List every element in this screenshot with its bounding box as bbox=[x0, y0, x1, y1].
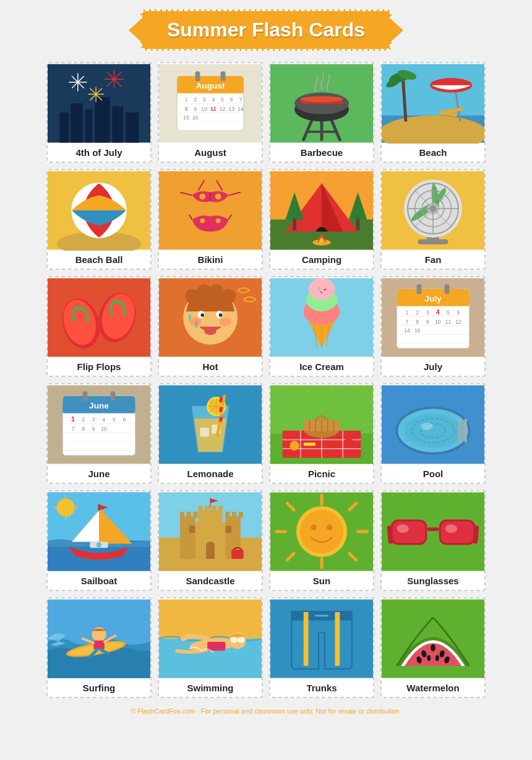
card-label-july: July bbox=[421, 358, 445, 376]
card-label-camping: Camping bbox=[299, 251, 344, 269]
card-label-pool: Pool bbox=[421, 465, 446, 483]
card-fan: Fan bbox=[380, 169, 486, 270]
svg-text:3: 3 bbox=[426, 309, 429, 316]
svg-text:2: 2 bbox=[416, 309, 419, 316]
svg-text:12: 12 bbox=[220, 106, 226, 112]
svg-rect-2 bbox=[71, 103, 83, 142]
svg-rect-253 bbox=[180, 517, 195, 559]
card-label-sailboat: Sailboat bbox=[79, 572, 119, 590]
svg-point-243 bbox=[97, 543, 101, 548]
svg-text:14: 14 bbox=[404, 327, 410, 334]
svg-text:10: 10 bbox=[435, 319, 441, 325]
svg-rect-234 bbox=[458, 425, 467, 426]
card-june: June 1 2 3 4 5 6 7 8 9 10 June bbox=[46, 383, 152, 484]
svg-rect-6 bbox=[126, 113, 139, 143]
svg-text:1: 1 bbox=[184, 97, 187, 103]
card-beach: Beach bbox=[380, 62, 486, 163]
card-pool: Pool bbox=[380, 383, 486, 484]
svg-rect-261 bbox=[239, 512, 243, 518]
svg-rect-317 bbox=[335, 611, 340, 666]
card-lemonade: Lemonade bbox=[158, 383, 263, 484]
svg-rect-103 bbox=[356, 218, 360, 231]
svg-text:6: 6 bbox=[230, 97, 233, 103]
svg-text:14: 14 bbox=[238, 106, 244, 112]
svg-point-308 bbox=[238, 637, 245, 643]
svg-rect-291 bbox=[427, 527, 439, 531]
svg-rect-298 bbox=[93, 641, 105, 650]
svg-text:8: 8 bbox=[184, 106, 187, 112]
svg-point-244 bbox=[57, 498, 75, 516]
svg-point-68 bbox=[301, 96, 343, 102]
svg-text:7: 7 bbox=[406, 319, 409, 325]
svg-text:4: 4 bbox=[212, 97, 215, 103]
svg-rect-259 bbox=[225, 512, 230, 518]
svg-text:6: 6 bbox=[457, 309, 460, 316]
svg-rect-101 bbox=[293, 218, 296, 231]
card-label-trunks: Trunks bbox=[304, 679, 339, 697]
svg-text:1: 1 bbox=[71, 415, 75, 423]
svg-point-223 bbox=[344, 438, 354, 447]
svg-point-222 bbox=[290, 441, 299, 451]
svg-rect-107 bbox=[418, 240, 448, 244]
svg-text:11: 11 bbox=[445, 319, 452, 325]
svg-point-135 bbox=[189, 317, 202, 326]
svg-text:5: 5 bbox=[221, 97, 224, 103]
svg-rect-316 bbox=[304, 611, 309, 666]
card-label-beach: Beach bbox=[416, 144, 449, 162]
svg-rect-260 bbox=[232, 512, 236, 518]
card-label-hot: Hot bbox=[200, 358, 221, 376]
svg-rect-263 bbox=[205, 506, 210, 512]
card-trunks: Trunks bbox=[269, 597, 374, 698]
card-label-fourth-of-july: 4th of July bbox=[73, 144, 124, 162]
card-label-watermelon: Watermelon bbox=[404, 679, 461, 697]
svg-rect-264 bbox=[212, 506, 217, 512]
svg-point-134 bbox=[204, 328, 217, 335]
card-surfing: Surfing bbox=[46, 597, 152, 698]
svg-text:8: 8 bbox=[82, 426, 85, 432]
svg-text:5: 5 bbox=[447, 309, 450, 316]
svg-rect-236 bbox=[458, 437, 467, 439]
card-picnic: Picnic bbox=[269, 383, 374, 484]
svg-rect-153 bbox=[445, 284, 450, 294]
svg-rect-178 bbox=[111, 391, 116, 401]
svg-text:2: 2 bbox=[194, 97, 197, 103]
svg-text:1: 1 bbox=[406, 309, 409, 316]
card-label-beach-ball: Beach Ball bbox=[73, 251, 126, 269]
svg-text:4: 4 bbox=[102, 417, 105, 423]
svg-point-95 bbox=[216, 218, 221, 223]
svg-text:5: 5 bbox=[113, 417, 116, 423]
footer: © FlashCardFox.com · For personal and cl… bbox=[131, 707, 401, 715]
svg-text:13: 13 bbox=[228, 106, 234, 112]
svg-rect-315 bbox=[291, 621, 352, 642]
card-sunglasses: Sunglasses bbox=[380, 490, 486, 591]
card-label-sunglasses: Sunglasses bbox=[405, 572, 461, 590]
card-sandcastle: Sandcastle bbox=[158, 490, 263, 591]
svg-rect-257 bbox=[187, 512, 191, 518]
card-label-picnic: Picnic bbox=[306, 465, 338, 483]
svg-text:July: July bbox=[424, 294, 442, 303]
svg-rect-235 bbox=[458, 431, 467, 433]
card-watermelon: Watermelon bbox=[380, 597, 486, 698]
svg-text:7: 7 bbox=[72, 426, 75, 432]
card-label-ice-cream: Ice Cream bbox=[297, 358, 346, 376]
card-label-swimming: Swimming bbox=[184, 679, 236, 697]
card-hot: Hot bbox=[158, 276, 263, 377]
card-label-bikini: Bikini bbox=[195, 251, 226, 269]
card-label-fan: Fan bbox=[423, 251, 444, 269]
svg-text:6: 6 bbox=[123, 417, 126, 423]
svg-point-91 bbox=[215, 194, 221, 200]
svg-rect-195 bbox=[200, 428, 209, 437]
svg-rect-262 bbox=[198, 506, 202, 512]
svg-point-283 bbox=[327, 524, 333, 530]
card-label-sun: Sun bbox=[311, 572, 333, 590]
svg-rect-152 bbox=[417, 284, 422, 294]
card-label-surfing: Surfing bbox=[80, 679, 118, 697]
svg-text:15: 15 bbox=[183, 114, 189, 121]
svg-rect-265 bbox=[218, 506, 223, 512]
svg-rect-266 bbox=[189, 525, 195, 533]
svg-text:16: 16 bbox=[192, 114, 199, 121]
card-label-barbecue: Barbecue bbox=[298, 144, 345, 162]
title-banner: Summer Flash Cards bbox=[140, 9, 392, 51]
svg-rect-5 bbox=[112, 106, 123, 143]
svg-text:10: 10 bbox=[201, 106, 207, 112]
